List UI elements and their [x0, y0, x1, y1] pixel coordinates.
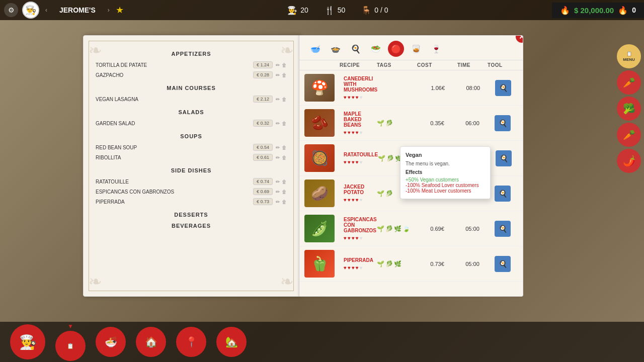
col-recipe: RECIPE [340, 62, 377, 68]
menu-sidebar-button[interactable]: 📋 MENU [617, 44, 641, 68]
main-content: ❧ ❧ APPETIZERS TORTILLA DE PATATE € 1.24… [0, 20, 644, 362]
edit-icon[interactable]: ✏ [276, 189, 280, 195]
tooltip-effects-title: Effects [406, 169, 485, 175]
recipe-tool: 🍳 [488, 115, 518, 131]
decoration-br: ❧ [280, 272, 294, 291]
top-bar: ⚙ 👨‍🍳 ‹ JEROME'S › ★ 👨‍🍳 20 🍴 50 🪑 0 / 0… [0, 0, 644, 20]
tooltip-title: Vegan [406, 152, 485, 158]
delete-icon[interactable]: 🗑 [282, 179, 287, 185]
menu-item: ESPICANCAS CON GABRONZOS € 0.69 ✏ 🗑 [92, 187, 291, 197]
tool-icon: 🍳 [495, 186, 511, 202]
menu-item: TORTILLA DE PATATE € 1.24 ✏ 🗑 [92, 60, 291, 70]
delete-icon[interactable]: 🗑 [282, 72, 287, 78]
menu-item: RED BEAN SOUP € 0.54 ✏ 🗑 [92, 142, 291, 152]
edit-icon[interactable]: ✏ [276, 145, 280, 150]
edit-icon[interactable]: ✏ [276, 179, 280, 185]
recipe-info: CANEDERLI WITH MUSHROOMS ♥ ♥ ♥ ♥ ♥ [340, 76, 377, 100]
recipe-info: PIPERRADA ♥ ♥ ♥ ♥ ♥ [340, 257, 377, 270]
recipe-info: JACKED POTATO ♥ ♥ ♥ ♥ ♥ [340, 184, 377, 203]
delete-icon[interactable]: 🗑 [282, 97, 287, 102]
tooltip-effect-1: +50% Vegan customers [406, 177, 485, 183]
money-display: 🔥 $ 20,000.00 🔥 0 [552, 3, 644, 18]
recipe-row[interactable]: 🫘 MAPLE BAKED BEANS ♥ ♥ ♥ ♥ ♥ 🌱 � [299, 106, 523, 141]
section-main-courses: MAIN COURSES [92, 85, 291, 91]
settings-button[interactable]: ⚙ [4, 3, 18, 17]
vegetable-filter-button[interactable]: 🥕 [617, 70, 641, 95]
decoration-bl: ❧ [89, 272, 102, 291]
veg2-filter-button[interactable]: 🥕 [617, 123, 641, 147]
section-desserts: DESSERTS [92, 212, 291, 218]
cutlery-icon: 🍴 [325, 6, 335, 15]
home-button[interactable]: 🏡 [216, 327, 247, 357]
filter-drink[interactable]: 🥃 [408, 41, 424, 57]
tool-icon: 🍳 [496, 150, 512, 166]
recipe-info: ESPICANCAS CON GABRONZOS ♥ ♥ ♥ ♥ ♥ [340, 217, 377, 241]
reservations-stat: 🪑 0 / 0 [361, 6, 388, 15]
col-cost: COST [417, 62, 457, 68]
recipe-cost: 0.69€ [417, 226, 457, 232]
delete-icon[interactable]: 🗑 [282, 62, 287, 68]
menu-bottom-button[interactable]: 📋 [55, 331, 86, 361]
reservations-icon: 🪑 [361, 6, 371, 15]
recipe-info: MAPLE BAKED BEANS ♥ ♥ ♥ ♥ ♥ [340, 111, 377, 135]
right-sidebar: 📋 MENU 🥕 🥦 🥕 🌶️ [614, 40, 644, 177]
menu-item: GARDEN SALAD € 0.32 ✏ 🗑 [92, 118, 291, 128]
section-side-dishes: SIDE DISHES [92, 167, 291, 173]
recipe-row[interactable]: 🫑 PIPERRADA ♥ ♥ ♥ ♥ ♥ 🌱 🥬 [299, 246, 523, 282]
money-amount: $ 20,000.00 [574, 6, 614, 15]
vegan-filter-button[interactable]: 🥦 [617, 97, 641, 121]
col-tool: TOOL [488, 62, 518, 68]
edit-icon[interactable]: ✏ [276, 155, 280, 160]
location-button[interactable]: 📍 [176, 327, 206, 357]
recipe-tool: 🍳 [488, 80, 518, 96]
edit-icon[interactable]: ✏ [276, 97, 280, 102]
recipe-cost: 0.35€ [417, 120, 457, 126]
filter-vegan[interactable]: 🔴 [388, 41, 404, 57]
left-page: ❧ ❧ APPETIZERS TORTILLA DE PATATE € 1.24… [83, 35, 299, 297]
edit-icon[interactable]: ✏ [276, 72, 280, 78]
filter-bowl[interactable]: 🥣 [307, 41, 324, 57]
spicy-filter-button[interactable]: 🌶️ [617, 149, 641, 173]
recipe-hearts: ♥ ♥ ♥ ♥ ♥ [344, 130, 377, 135]
delete-icon[interactable]: 🗑 [282, 189, 287, 195]
recipe-row[interactable]: 🫛 ESPICANCAS CON GABRONZOS ♥ ♥ ♥ ♥ ♥ 🌱 [299, 211, 523, 246]
section-soups: SOUPS [92, 133, 291, 139]
avatar[interactable]: 👨‍🍳 [22, 2, 39, 19]
menu-item: RATATOUILLE € 0.74 ✏ 🗑 [92, 176, 291, 187]
delete-icon[interactable]: 🗑 [282, 145, 287, 150]
menu-book: ❧ ❧ APPETIZERS TORTILLA DE PATATE € 1.24… [83, 35, 523, 297]
recipe-image: 🫛 [304, 215, 335, 242]
recipe-hearts: ♥ ♥ ♥ ♥ ♥ [344, 197, 377, 203]
prev-arrow[interactable]: ‹ [43, 7, 49, 14]
recipe-hearts: ♥ ♥ ♥ ♥ ♥ [344, 159, 378, 165]
recipe-tool: 🍳 [488, 221, 518, 237]
recipe-tool: 🍳 [488, 186, 518, 202]
filter-wine[interactable]: 🍷 [428, 41, 444, 57]
filter-pan[interactable]: 🍳 [348, 41, 364, 57]
edit-icon[interactable]: ✏ [276, 199, 280, 205]
section-appetizers: APPETIZERS [92, 51, 291, 57]
delete-icon[interactable]: 🗑 [282, 199, 287, 205]
building-button[interactable]: 🏠 [136, 327, 166, 357]
chef-main-button[interactable]: 👨‍🍳 [10, 324, 45, 359]
filter-soup[interactable]: 🍲 [328, 41, 344, 57]
delete-icon[interactable]: 🗑 [282, 121, 287, 126]
next-arrow[interactable]: › [106, 7, 112, 14]
recipe-tool: 🍳 [489, 150, 519, 166]
edit-icon[interactable]: ✏ [276, 121, 280, 126]
recipe-time: 08:00 [458, 85, 488, 91]
delete-icon[interactable]: 🗑 [282, 155, 287, 160]
favorite-button[interactable]: ★ [116, 5, 124, 16]
chefs-stat: 👨‍🍳 20 [287, 6, 308, 15]
tool-icon: 🍳 [495, 115, 511, 131]
restaurant-name: JEROME'S [53, 6, 102, 14]
fire-icon-2: 🔥 [618, 6, 628, 15]
recipe-image: 🫘 [304, 109, 335, 137]
recipe-row[interactable]: 🍄 CANEDERLI WITH MUSHROOMS ♥ ♥ ♥ ♥ ♥ 1.0… [299, 70, 523, 106]
food-button[interactable]: 🍜 [96, 327, 126, 357]
tool-icon: 🍳 [495, 256, 511, 272]
edit-icon[interactable]: ✏ [276, 62, 280, 68]
filter-salad[interactable]: 🥗 [368, 41, 384, 57]
top-bar-right: 🔥 $ 20,000.00 🔥 0 [552, 3, 644, 18]
menu-item: VEGAN LASAGNA € 2.12 ✏ 🗑 [92, 94, 291, 104]
